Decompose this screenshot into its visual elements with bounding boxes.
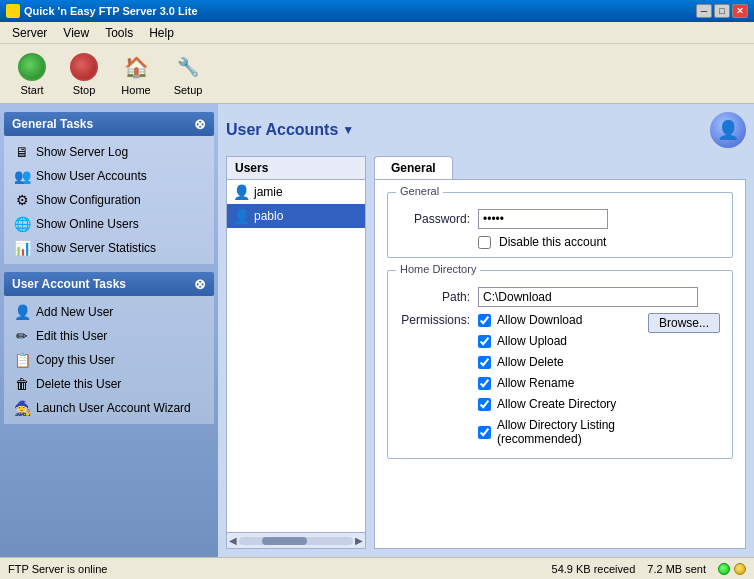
home-icon: 🏠 xyxy=(121,52,151,82)
perm-upload-row: Allow Upload xyxy=(478,334,632,348)
perm-upload-checkbox[interactable] xyxy=(478,335,491,348)
add-user-icon: 👤 xyxy=(14,304,30,320)
minimize-button[interactable]: ─ xyxy=(696,4,712,18)
sidebar-item-delete-user[interactable]: 🗑 Delete this User xyxy=(4,372,214,396)
menu-bar: Server View Tools Help xyxy=(0,22,754,44)
content-body: Users 👤 jamie 👤 pablo ◀ xyxy=(226,156,746,549)
perm-delete-checkbox[interactable] xyxy=(478,356,491,369)
stop-icon xyxy=(69,52,99,82)
tab-general[interactable]: General xyxy=(374,156,453,179)
user-avatar-jamie: 👤 xyxy=(233,184,250,200)
user-row-jamie[interactable]: 👤 jamie xyxy=(227,180,365,204)
start-button[interactable]: Start xyxy=(8,48,56,100)
content-title-text: User Accounts xyxy=(226,121,338,139)
permissions-label: Permissions: xyxy=(400,313,470,327)
sidebar-item-label: Launch User Account Wizard xyxy=(36,401,191,415)
sidebar-item-show-user-accounts[interactable]: 👥 Show User Accounts xyxy=(4,164,214,188)
status-light-green xyxy=(718,563,730,575)
disable-account-label: Disable this account xyxy=(499,235,606,249)
sidebar-item-label: Show Server Log xyxy=(36,145,128,159)
general-section-title: General xyxy=(396,185,443,197)
perm-delete-row: Allow Delete xyxy=(478,355,632,369)
sidebar-item-show-server-log[interactable]: 🖥 Show Server Log xyxy=(4,140,214,164)
general-tasks-collapse[interactable]: ⊗ xyxy=(194,116,206,132)
user-account-tasks-list: 👤 Add New User ✏ Edit this User 📋 Copy t… xyxy=(4,296,214,424)
stop-button[interactable]: Stop xyxy=(60,48,108,100)
users-panel-header: Users xyxy=(227,157,365,180)
home-button[interactable]: 🏠 Home xyxy=(112,48,160,100)
perm-upload-label: Allow Upload xyxy=(497,334,567,348)
details-panel: General General Password: Disable this a… xyxy=(374,156,746,549)
start-label: Start xyxy=(20,84,43,96)
close-button[interactable]: ✕ xyxy=(732,4,748,18)
status-received: 54.9 KB received xyxy=(552,563,636,575)
scroll-right-arrow[interactable]: ▶ xyxy=(355,535,363,546)
edit-user-icon: ✏ xyxy=(14,328,30,344)
maximize-button[interactable]: □ xyxy=(714,4,730,18)
user-account-tasks-label: User Account Tasks xyxy=(12,277,126,291)
server-log-icon: 🖥 xyxy=(14,144,30,160)
sidebar-item-show-server-statistics[interactable]: 📊 Show Server Statistics xyxy=(4,236,214,260)
disable-account-checkbox[interactable] xyxy=(478,236,491,249)
sidebar-item-label: Copy this User xyxy=(36,353,115,367)
home-dir-section-title: Home Directory xyxy=(396,263,480,275)
permissions-row: Permissions: Allow Download Allow Upload xyxy=(400,313,720,450)
sidebar-item-label: Edit this User xyxy=(36,329,107,343)
sidebar-item-show-online-users[interactable]: 🌐 Show Online Users xyxy=(4,212,214,236)
general-section: General Password: Disable this account xyxy=(387,192,733,258)
app-icon: ⚡ xyxy=(6,4,20,18)
online-users-icon: 🌐 xyxy=(14,216,30,232)
title-text: Quick 'n Easy FTP Server 3.0 Lite xyxy=(24,5,198,17)
perm-delete-label: Allow Delete xyxy=(497,355,564,369)
delete-user-icon: 🗑 xyxy=(14,376,30,392)
perm-download-checkbox[interactable] xyxy=(478,314,491,327)
perm-download-label: Allow Download xyxy=(497,313,582,327)
dropdown-arrow-icon[interactable]: ▼ xyxy=(342,123,354,137)
user-account-tasks-header: User Account Tasks ⊗ xyxy=(4,272,214,296)
perm-download-row: Allow Download xyxy=(478,313,632,327)
menu-server[interactable]: Server xyxy=(4,24,55,42)
browse-button[interactable]: Browse... xyxy=(648,313,720,333)
menu-view[interactable]: View xyxy=(55,24,97,42)
perm-listing-checkbox[interactable] xyxy=(478,426,491,439)
path-row: Path: xyxy=(400,287,720,307)
main-area: General Tasks ⊗ 🖥 Show Server Log 👥 Show… xyxy=(0,104,754,557)
sidebar: General Tasks ⊗ 🖥 Show Server Log 👥 Show… xyxy=(0,104,218,557)
perm-mkdir-checkbox[interactable] xyxy=(478,398,491,411)
setup-label: Setup xyxy=(174,84,203,96)
stop-label: Stop xyxy=(73,84,96,96)
perm-rename-row: Allow Rename xyxy=(478,376,632,390)
sidebar-item-launch-wizard[interactable]: 🧙 Launch User Account Wizard xyxy=(4,396,214,420)
user-name-jamie: jamie xyxy=(254,185,283,199)
scroll-left-arrow[interactable]: ◀ xyxy=(229,535,237,546)
general-tasks-label: General Tasks xyxy=(12,117,93,131)
user-row-pablo[interactable]: 👤 pablo xyxy=(227,204,365,228)
perm-mkdir-label: Allow Create Directory xyxy=(497,397,616,411)
sidebar-item-add-new-user[interactable]: 👤 Add New User xyxy=(4,300,214,324)
scroll-track xyxy=(239,537,353,545)
sidebar-item-label: Delete this User xyxy=(36,377,121,391)
password-input[interactable] xyxy=(478,209,608,229)
perm-rename-checkbox[interactable] xyxy=(478,377,491,390)
sidebar-item-label: Add New User xyxy=(36,305,113,319)
permissions-list: Allow Download Allow Upload Allow Delete xyxy=(478,313,632,450)
path-input[interactable] xyxy=(478,287,698,307)
user-account-tasks-collapse[interactable]: ⊗ xyxy=(194,276,206,292)
disable-row: Disable this account xyxy=(478,235,720,249)
content-header: User Accounts ▼ 👤 xyxy=(226,112,746,148)
status-bar: FTP Server is online 54.9 KB received 7.… xyxy=(0,557,754,579)
sidebar-item-show-configuration[interactable]: ⚙ Show Configuration xyxy=(4,188,214,212)
setup-button[interactable]: 🔧 Setup xyxy=(164,48,212,100)
content-title: User Accounts ▼ xyxy=(226,121,354,139)
home-directory-section: Home Directory Path: Permissions: Allow … xyxy=(387,270,733,459)
perm-rename-label: Allow Rename xyxy=(497,376,574,390)
sidebar-item-edit-user[interactable]: ✏ Edit this User xyxy=(4,324,214,348)
setup-icon: 🔧 xyxy=(173,52,203,82)
users-scrollbar[interactable]: ◀ ▶ xyxy=(227,532,365,548)
menu-help[interactable]: Help xyxy=(141,24,182,42)
status-light-amber xyxy=(734,563,746,575)
sidebar-item-copy-user[interactable]: 📋 Copy this User xyxy=(4,348,214,372)
menu-tools[interactable]: Tools xyxy=(97,24,141,42)
title-bar: ⚡ Quick 'n Easy FTP Server 3.0 Lite ─ □ … xyxy=(0,0,754,22)
status-right: 54.9 KB received 7.2 MB sent xyxy=(552,563,746,575)
